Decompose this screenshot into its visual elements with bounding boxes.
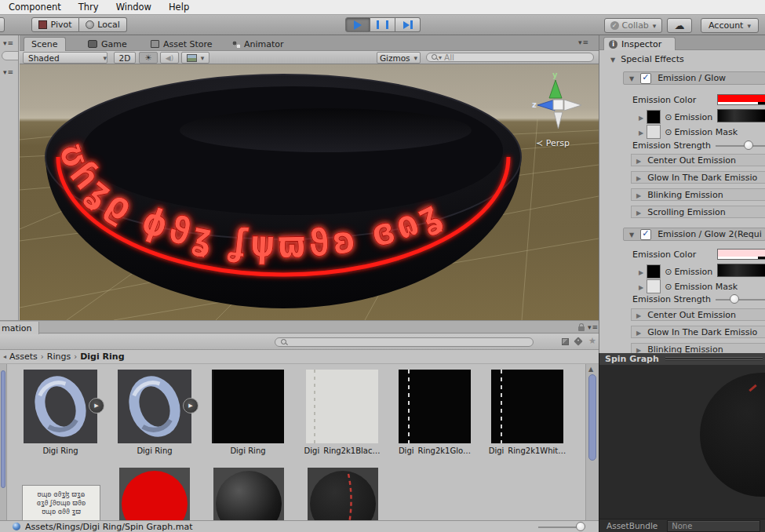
favorites-star-icon[interactable]: ★ <box>588 336 596 346</box>
menu-window[interactable]: Window <box>107 2 160 13</box>
pivot-toggle-button[interactable]: Pivot <box>31 17 79 32</box>
tab-asset-store[interactable]: Asset Store <box>144 37 220 51</box>
search-by-label-icon[interactable] <box>574 337 582 345</box>
emission-mask-thumb[interactable] <box>647 125 661 139</box>
tab-animator[interactable]: Animator <box>225 37 291 51</box>
asset-label[interactable]: Digi_Ring2k1Blac… <box>291 446 393 455</box>
panel-menu-icon[interactable]: ▾≡ <box>3 68 14 76</box>
tab-inspector[interactable]: Inspector <box>603 37 676 50</box>
audio-toggle[interactable]: ◀) <box>160 52 179 64</box>
asset-label[interactable]: Digi_Ring2k1Whit… <box>476 446 578 455</box>
orientation-gizmo[interactable]: y z <box>531 71 594 137</box>
emission-texture-thumb[interactable] <box>647 264 661 279</box>
section-emission-glow[interactable]: Emission / Glow <box>623 71 765 85</box>
panel-menu-icon[interactable]: ▾≡ <box>3 39 14 47</box>
step-button[interactable] <box>395 17 421 32</box>
emission-strength-thumb-1[interactable] <box>744 140 753 150</box>
shading-mode-dropdown[interactable]: Shaded <box>23 52 107 64</box>
foldout-glow-in-the-dark-2[interactable]: Glow In The Dark Emissio <box>631 326 765 338</box>
search-by-type-icon[interactable] <box>562 338 569 345</box>
tool-button-sliver[interactable] <box>0 17 5 32</box>
assetbundle-dropdown[interactable]: None <box>667 520 760 532</box>
emission-glow-checkbox[interactable] <box>640 73 651 84</box>
foldout-blinking-emission[interactable]: Blinking Emission <box>631 188 765 201</box>
perspective-label[interactable]: Persp <box>536 138 570 148</box>
emission-color-label: Emission Color <box>632 95 696 105</box>
menu-help[interactable]: Help <box>160 2 198 13</box>
play-button[interactable] <box>345 17 370 32</box>
lock-icon[interactable] <box>578 326 585 331</box>
asset-expand-button[interactable] <box>183 398 199 414</box>
texture-picker-icon[interactable] <box>665 282 672 292</box>
foldout-scrolling-emission[interactable]: Scrolling Emission <box>631 206 765 218</box>
asset-label[interactable]: Digi Ring <box>104 446 206 455</box>
asset-digi-ring2k1-white-texture[interactable] <box>491 370 563 443</box>
pause-button[interactable] <box>370 17 395 32</box>
foldout-glow-in-the-dark[interactable]: Glow In The Dark Emissio <box>631 171 765 184</box>
foldout-blinking-emission-2[interactable]: Blinking Emission <box>631 343 765 353</box>
breadcrumb-rings[interactable]: Rings <box>47 352 71 362</box>
scrollbar-thumb[interactable] <box>588 374 596 461</box>
scene-viewport[interactable]: ʊɦʓϱ ϕϑʓ ʆψϖϑʚ ɞɷʓ ʊɦʓϱ ϕϑʓ ʆψϖϑʚ ɞɷʓ y … <box>20 64 599 320</box>
texture-picker-icon[interactable] <box>665 127 672 137</box>
effects-dropdown[interactable] <box>181 52 209 64</box>
local-toggle-button[interactable]: Local <box>79 17 127 32</box>
emission-mask-row[interactable]: Emission Mask <box>639 125 738 139</box>
scene-panel-menu-icon[interactable]: ▾≡ <box>578 38 589 46</box>
breadcrumb-assets[interactable]: Assets <box>9 352 38 362</box>
project-search-input[interactable] <box>275 337 534 347</box>
menu-thry[interactable]: Thry <box>70 2 107 13</box>
emission-color-swatch-1[interactable] <box>717 94 765 105</box>
emission-glow-2-checkbox[interactable] <box>640 229 651 240</box>
special-effects-foldout[interactable]: Special Effects <box>610 54 684 64</box>
preview-header[interactable]: Spin Graph <box>599 353 765 365</box>
section-emission-glow-2[interactable]: Emission / Glow 2(Requi <box>623 228 765 241</box>
folder-tree-scrollbar[interactable] <box>0 364 7 532</box>
search-field-sliver[interactable] <box>2 51 19 60</box>
tab-game[interactable]: Game <box>81 37 134 51</box>
digi-ring-model[interactable]: ʊɦʓϱ ϕϑʓ ʆψϖϑʚ ɞɷʓ ʊɦʓϱ ϕϑʓ ʆψϖϑʚ ɞɷʓ <box>24 69 544 319</box>
account-dropdown[interactable]: Account <box>701 18 759 33</box>
preview-viewport[interactable] <box>599 365 765 519</box>
emission-mask-thumb[interactable] <box>647 279 661 293</box>
thumbnail-size-thumb[interactable] <box>576 522 585 531</box>
emission-strength-slider-1[interactable] <box>716 145 765 147</box>
asset-label[interactable]: Digi Ring <box>9 446 111 455</box>
cloud-services-button[interactable]: ☁ <box>667 18 692 33</box>
asset-digi-ring-model-1[interactable] <box>24 370 97 443</box>
emission-texture-row-2[interactable]: Emission <box>639 264 712 279</box>
project-scrollbar[interactable]: ▲ ▼ <box>585 364 599 532</box>
asset-label[interactable]: Digi_Ring2k1Glo… <box>384 446 486 455</box>
texture-picker-icon[interactable] <box>665 267 672 277</box>
emission-strength-slider-2[interactable] <box>716 299 765 301</box>
asset-digi-ring-model-2[interactable] <box>118 370 191 443</box>
emission-gradient-preview-2[interactable] <box>717 264 765 277</box>
asset-digi-ring2k1-glow-texture[interactable] <box>399 370 471 443</box>
scrollbar-thumb[interactable] <box>1 370 5 488</box>
collapse-arrow-icon[interactable]: ◂ <box>3 353 6 360</box>
foldout-center-out-emission[interactable]: Center Out Emission <box>631 154 765 166</box>
gizmos-dropdown[interactable]: Gizmos <box>377 52 421 64</box>
panel-menu-icon[interactable]: ▾≡ <box>588 323 599 331</box>
scene-search-input[interactable]: ▾ All <box>426 53 594 62</box>
emission-strength-thumb-2[interactable] <box>730 294 739 304</box>
texture-picker-icon[interactable] <box>665 112 672 122</box>
asset-digi-ring2k1-black-texture[interactable] <box>306 370 378 443</box>
tab-animation-cut[interactable]: mation <box>0 322 39 334</box>
emission-texture-row[interactable]: Emission <box>639 110 712 124</box>
emission-color-swatch-2[interactable] <box>717 249 765 260</box>
emission-mask-row-2[interactable]: Emission Mask <box>639 279 738 293</box>
menu-component[interactable]: Component <box>0 2 70 13</box>
asset-label[interactable]: Digi Ring <box>197 446 299 455</box>
scroll-up-icon[interactable]: ▲ <box>588 366 593 373</box>
2d-toggle[interactable]: 2D <box>114 52 136 64</box>
emission-texture-thumb[interactable] <box>647 110 661 124</box>
tab-scene[interactable]: Scene <box>24 37 66 51</box>
lighting-toggle[interactable]: ☀ <box>139 52 158 64</box>
asset-expand-button[interactable] <box>89 398 104 414</box>
emission-gradient-preview-1[interactable] <box>717 109 765 122</box>
asset-digi-ring-texture-black[interactable] <box>212 370 284 443</box>
foldout-center-out-emission-2[interactable]: Center Out Emission <box>631 308 765 321</box>
collab-dropdown[interactable]: ✓ Collab <box>604 18 662 33</box>
breadcrumb-current[interactable]: Digi Ring <box>80 352 124 362</box>
